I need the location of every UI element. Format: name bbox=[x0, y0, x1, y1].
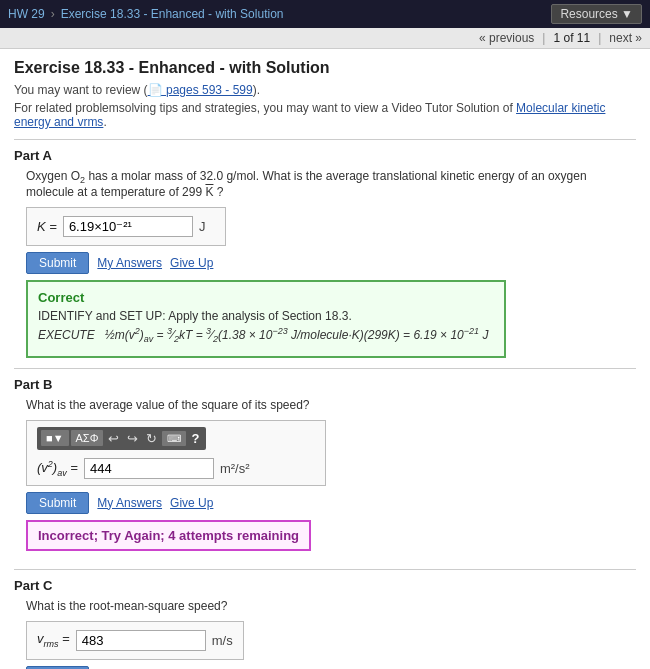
part-a-input[interactable] bbox=[63, 216, 193, 237]
math-btn-help[interactable]: ? bbox=[188, 430, 202, 447]
part-b-input[interactable] bbox=[84, 458, 214, 479]
part-a-my-answers[interactable]: My Answers bbox=[97, 256, 162, 270]
part-c-unit: m/s bbox=[212, 633, 233, 648]
part-c-section: Part C What is the root-mean-square spee… bbox=[14, 578, 636, 669]
part-b-input-area: ■▼ ΑΣΦ ↩ ↪ ↻ ⌨ ? (v2)av = m²/s² bbox=[26, 420, 326, 486]
math-btn-redo[interactable]: ↪ bbox=[124, 430, 141, 447]
math-btn-undo[interactable]: ↩ bbox=[105, 430, 122, 447]
part-b-submit[interactable]: Submit bbox=[26, 492, 89, 514]
part-b-unit: m²/s² bbox=[220, 461, 250, 476]
resources-button[interactable]: Resources ▼ bbox=[551, 4, 642, 24]
previous-link[interactable]: « previous bbox=[479, 31, 534, 45]
part-a-input-area: K = J bbox=[26, 207, 226, 246]
part-a-identify-text: IDENTIFY and SET UP: Apply the analysis … bbox=[38, 309, 494, 323]
review-note: You may want to review (📄 pages 593 - 59… bbox=[14, 83, 636, 97]
divider-2 bbox=[14, 368, 636, 369]
top-bar-right: Resources ▼ bbox=[551, 4, 642, 24]
part-a-input-label: K = bbox=[37, 219, 57, 234]
part-a-btn-row: Submit My Answers Give Up bbox=[26, 252, 636, 274]
page-title: Exercise 18.33 - Enhanced - with Solutio… bbox=[14, 59, 636, 77]
math-btn-symbols[interactable]: ΑΣΦ bbox=[71, 430, 104, 446]
exercise-breadcrumb: Exercise 18.33 - Enhanced - with Solutio… bbox=[61, 7, 284, 21]
part-b-result-label: Incorrect; Try Again; 4 attempts remaini… bbox=[38, 528, 299, 543]
math-toolbar: ■▼ ΑΣΦ ↩ ↪ ↻ ⌨ ? bbox=[37, 427, 206, 450]
part-c-input-area: vrms = m/s bbox=[26, 621, 244, 660]
part-b-give-up[interactable]: Give Up bbox=[170, 496, 213, 510]
part-b-question: What is the average value of the square … bbox=[26, 398, 636, 412]
part-c-input[interactable] bbox=[76, 630, 206, 651]
part-c-question: What is the root-mean-square speed? bbox=[26, 599, 636, 613]
part-b-input-label: (v2)av = bbox=[37, 459, 78, 478]
math-btn-keyboard[interactable]: ⌨ bbox=[162, 431, 186, 446]
next-link[interactable]: next » bbox=[609, 31, 642, 45]
top-bar: HW 29 › Exercise 18.33 - Enhanced - with… bbox=[0, 0, 650, 28]
review-link[interactable]: 📄 pages 593 - 599 bbox=[148, 83, 253, 97]
part-c-input-label: vrms = bbox=[37, 631, 70, 649]
part-b-btn-row: Submit My Answers Give Up bbox=[26, 492, 636, 514]
part-b-incorrect-box: Incorrect; Try Again; 4 attempts remaini… bbox=[26, 520, 311, 551]
part-b-label: Part B bbox=[14, 377, 636, 392]
divider-3 bbox=[14, 569, 636, 570]
part-a-correct-box: Correct IDENTIFY and SET UP: Apply the a… bbox=[26, 280, 506, 357]
course-link[interactable]: HW 29 bbox=[8, 7, 45, 21]
part-a-label: Part A bbox=[14, 148, 636, 163]
position-indicator: 1 of 11 bbox=[553, 31, 590, 45]
part-a-question: Oxygen O2 has a molar mass of 32.0 g/mol… bbox=[26, 169, 636, 199]
related-note: For related problemsolving tips and stra… bbox=[14, 101, 636, 129]
math-toolbar-row: ■▼ ΑΣΦ ↩ ↪ ↻ ⌨ ? bbox=[37, 427, 315, 454]
math-btn-refresh[interactable]: ↻ bbox=[143, 430, 160, 447]
part-a-result-label: Correct bbox=[38, 290, 494, 305]
breadcrumb-separator: › bbox=[51, 7, 55, 21]
part-a-unit: J bbox=[199, 219, 206, 234]
part-b-section: Part B What is the average value of the … bbox=[14, 377, 636, 559]
secondary-nav: « previous | 1 of 11 | next » bbox=[0, 28, 650, 49]
part-a-submit[interactable]: Submit bbox=[26, 252, 89, 274]
main-content: Exercise 18.33 - Enhanced - with Solutio… bbox=[0, 49, 650, 669]
part-b-my-answers[interactable]: My Answers bbox=[97, 496, 162, 510]
breadcrumb: HW 29 › Exercise 18.33 - Enhanced - with… bbox=[8, 7, 283, 21]
part-a-section: Part A Oxygen O2 has a molar mass of 32.… bbox=[14, 148, 636, 358]
part-c-label: Part C bbox=[14, 578, 636, 593]
math-btn-insert[interactable]: ■▼ bbox=[41, 430, 69, 446]
divider-1 bbox=[14, 139, 636, 140]
part-a-execute-text: EXECUTE ½m(v2)av = 3⁄2kT = 3⁄2(1.38 × 10… bbox=[38, 326, 494, 344]
part-a-give-up[interactable]: Give Up bbox=[170, 256, 213, 270]
